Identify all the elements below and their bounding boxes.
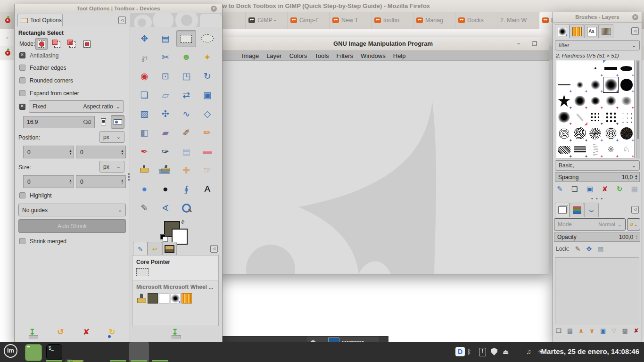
merge-layer-icon[interactable]: ▽ xyxy=(611,327,616,334)
landscape-orientation-button[interactable] xyxy=(111,115,124,129)
brush-hardness-050[interactable]: + xyxy=(587,77,603,93)
tab-device-image[interactable] xyxy=(162,242,177,255)
zoom-tool[interactable] xyxy=(177,200,196,216)
brush-oil-stroke[interactable] xyxy=(572,109,587,126)
rotate-tool[interactable]: ↻ xyxy=(198,68,217,84)
mode-add-button[interactable] xyxy=(50,38,63,50)
brush-texture-1[interactable]: + xyxy=(556,142,572,158)
antialiasing-checkbox[interactable] xyxy=(19,52,25,58)
brushes-titlebar[interactable]: Brushes - Layers xyxy=(553,12,642,23)
brush-pepper[interactable]: + xyxy=(603,109,619,126)
fuzzy-select-tool[interactable]: ✦ xyxy=(198,49,217,65)
brush-hardness-075[interactable]: + xyxy=(603,77,619,93)
pencil-tool[interactable]: ✏ xyxy=(198,124,217,140)
brush-acrylic-2[interactable]: + xyxy=(587,93,603,109)
delete-layer-icon[interactable]: ✘ xyxy=(634,327,639,334)
duplicate-layer-icon[interactable]: ▣ xyxy=(600,327,606,334)
mode-replace-button[interactable] xyxy=(35,38,48,50)
menu-windows[interactable]: Windows xyxy=(357,52,389,59)
measure-tool[interactable]: ∢ xyxy=(156,200,175,216)
portrait-orientation-button[interactable] xyxy=(98,116,109,128)
dodge-burn-tool[interactable]: ● xyxy=(156,181,175,197)
dock-menu-icon[interactable]: ◁ xyxy=(631,206,639,214)
tab-device-history[interactable]: ↩ xyxy=(148,242,162,255)
brush-blank-1[interactable] xyxy=(556,60,572,77)
size-unit-select[interactable]: px⌄ xyxy=(99,161,124,173)
brush-cell-01[interactable]: + xyxy=(556,125,572,142)
heal-tool[interactable]: ✚ xyxy=(177,162,196,178)
menu-image[interactable]: Image xyxy=(238,52,263,59)
tab-brushes[interactable] xyxy=(555,24,570,38)
lock-alpha-icon[interactable]: ▦ xyxy=(597,245,603,253)
alignment-tool[interactable]: ▤ xyxy=(156,30,175,46)
device-row-core-pointer[interactable]: Core Pointer xyxy=(132,255,218,280)
brush-hardness-025[interactable]: + xyxy=(572,77,587,93)
tab-layers[interactable] xyxy=(555,203,570,217)
bookmark-favicon[interactable] xyxy=(5,50,10,56)
expand-from-center-checkbox[interactable] xyxy=(19,90,25,96)
tab-fonts[interactable]: Aa xyxy=(584,24,599,38)
rounded-corners-checkbox[interactable] xyxy=(19,77,25,83)
handle-transform-tool[interactable]: ✣ xyxy=(156,106,175,122)
perspective-tool[interactable]: ▨ xyxy=(135,106,154,122)
blur-sharpen-tool[interactable]: ● xyxy=(135,181,154,197)
media-player-icon[interactable]: ♫ xyxy=(526,348,531,355)
delete-options-icon[interactable]: ✘ xyxy=(83,327,90,338)
fixed-rule-select[interactable]: Fixed Aspect ratio ⌄ xyxy=(29,100,124,113)
brush-hardness-100[interactable]: + xyxy=(619,77,634,93)
free-select-tool[interactable]: ℘ xyxy=(135,49,154,65)
brush-animal-sketch[interactable]: ♘+ xyxy=(619,142,634,158)
cage-transform-tool[interactable]: ◇ xyxy=(198,106,217,122)
brush-cell-05[interactable]: + xyxy=(619,125,634,142)
restore-button[interactable]: ❐ xyxy=(531,40,538,48)
smudge-tool[interactable]: ☞ xyxy=(198,162,217,178)
brush-star[interactable]: + xyxy=(556,93,572,109)
shrink-merged-checkbox[interactable] xyxy=(19,238,25,244)
tab-main-w[interactable]: 2. Main W xyxy=(497,12,539,29)
duplicate-brush-icon[interactable]: ▣ xyxy=(586,185,593,193)
ink-tool[interactable]: ✑ xyxy=(156,143,175,159)
brush-acrylic-4[interactable]: + xyxy=(619,93,634,109)
clone-tool[interactable] xyxy=(135,162,154,178)
delete-brush-icon[interactable]: ✘ xyxy=(602,185,608,193)
lock-pixels-icon[interactable]: ✎ xyxy=(575,245,581,253)
highlight-checkbox[interactable] xyxy=(19,192,25,198)
new-layer-group-icon[interactable]: ▤ xyxy=(567,327,573,334)
scale-tool[interactable]: ❏ xyxy=(135,87,154,103)
paths-tool[interactable]: ∮ xyxy=(177,181,196,197)
select-by-color-tool[interactable]: ◉ xyxy=(135,68,154,84)
fixed-checkbox[interactable] xyxy=(19,104,25,110)
brush-splatter-1[interactable]: + xyxy=(587,109,603,126)
tab-manag[interactable]: Manag xyxy=(413,12,455,29)
text-tool[interactable]: A xyxy=(198,181,217,197)
transform-3d-tool[interactable]: ▣ xyxy=(198,87,217,103)
perspective-clone-tool[interactable] xyxy=(156,162,175,178)
scissors-select-tool[interactable]: ✂ xyxy=(156,49,175,65)
tab-tool-options[interactable]: Tool Options xyxy=(17,14,63,26)
tab-device-status[interactable]: ✎ xyxy=(133,242,148,255)
brush-group-select[interactable]: Basic,⌄ xyxy=(555,160,640,171)
position-x-spinner[interactable]: 0 ▲▼ xyxy=(23,146,74,158)
shear-tool[interactable]: ▱ xyxy=(156,87,175,103)
brush-sparks[interactable] xyxy=(619,109,634,126)
brush-cell-04[interactable]: + xyxy=(603,125,619,142)
taskbar-clock[interactable]: Martes, 25 de enero, 14:08:46 xyxy=(541,347,639,355)
brush-scrollbar[interactable] xyxy=(636,60,640,158)
eject-icon[interactable]: ⏏ xyxy=(503,348,509,355)
default-colors-icon[interactable] xyxy=(160,234,165,239)
pane-resize-grip[interactable]: ••• xyxy=(128,173,130,181)
mode-intersect-button[interactable] xyxy=(81,38,93,50)
menu-colors[interactable]: Colors xyxy=(286,52,311,59)
close-icon[interactable]: ✕ xyxy=(211,6,217,12)
menu-layer[interactable]: Layer xyxy=(263,52,286,59)
new-brush-icon[interactable]: ❏ xyxy=(571,185,578,193)
layer-mode-select[interactable]: Mode Normal ⌄ xyxy=(554,218,626,230)
color-picker-tool[interactable]: ✎ xyxy=(135,200,154,216)
refresh-brushes-icon[interactable]: ↻ xyxy=(617,185,623,193)
airbrush-tool[interactable]: ✒ xyxy=(135,143,154,159)
pinned-tab-favicon[interactable] xyxy=(5,18,10,23)
unified-transform-tool[interactable]: ◳ xyxy=(177,68,196,84)
opacity-spinner[interactable]: Opacity 100,0 ▲▼ xyxy=(554,232,640,242)
tab-gimp[interactable]: GIMP - xyxy=(246,12,288,29)
brush-cell-03[interactable]: + xyxy=(587,125,603,142)
